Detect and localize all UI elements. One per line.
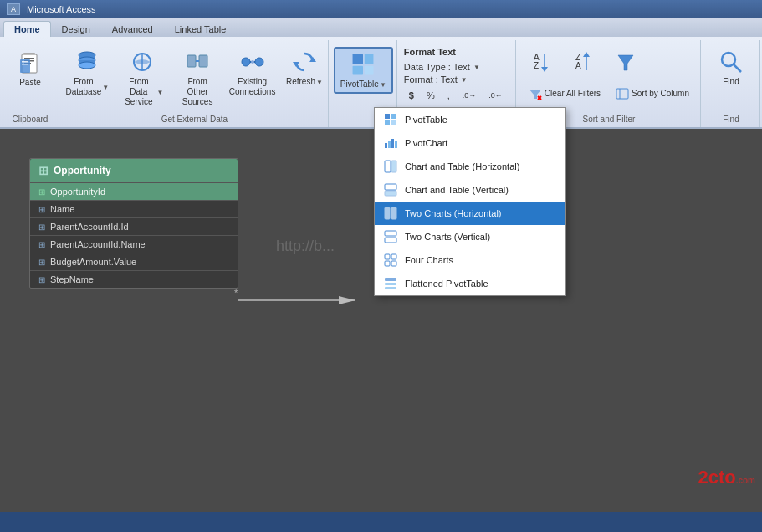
svg-text:A: A — [575, 61, 581, 70]
menu-item-chart-table-h[interactable]: Chart and Table (Horizontal) — [375, 155, 565, 178]
external-content: FromDatabase ▼ From DataService ▼ — [62, 42, 326, 113]
svg-rect-51 — [391, 139, 394, 148]
clipboard-content: Paste — [7, 42, 54, 113]
table-row: ⊞ Name — [30, 200, 238, 217]
from-other-sources-button[interactable]: From OtherSources — [172, 45, 222, 110]
from-data-service-arrow: ▼ — [156, 89, 163, 96]
sort-za-button[interactable]: Z A — [565, 45, 603, 79]
find-icon — [718, 49, 744, 75]
clear-filters-button[interactable]: Clear All Filters — [523, 84, 606, 104]
data-type-arrow: ▼ — [473, 64, 480, 71]
paste-label: Paste — [19, 78, 41, 88]
chart-table-v-icon — [383, 182, 398, 197]
tab-advanced[interactable]: Advanced — [101, 21, 164, 37]
sort-by-column-button[interactable]: Sort by Column — [610, 84, 695, 104]
svg-rect-15 — [187, 55, 196, 67]
two-charts-v-icon — [383, 229, 398, 244]
svg-marker-44 — [339, 296, 355, 304]
sort-group-label: Sort and Filter — [583, 113, 636, 127]
flattened-pivot-icon — [383, 276, 398, 291]
pivottable-icon — [350, 51, 376, 78]
format-buttons: $ % , .0→ .0← — [404, 88, 508, 103]
svg-rect-59 — [385, 231, 396, 236]
status-bar — [0, 512, 762, 532]
menu-item-two-charts-v[interactable]: Two Charts (Vertical) — [375, 225, 565, 248]
paste-button[interactable]: Paste — [7, 45, 54, 92]
svg-rect-16 — [199, 55, 207, 67]
ribbon-group-clipboard: Paste Clipboard — [2, 40, 59, 127]
sort-buttons-row: A Z Z A — [523, 45, 645, 79]
from-other-sources-label: From OtherSources — [178, 77, 217, 107]
svg-rect-58 — [391, 207, 396, 219]
svg-rect-7 — [22, 64, 28, 65]
menu-item-flattened-pivot[interactable]: Flattened PivotTable — [375, 272, 565, 295]
menu-item-pivotchart[interactable]: PivotChart — [375, 131, 565, 155]
svg-marker-34 — [583, 52, 590, 57]
left-table-title: Opportunity — [54, 165, 111, 176]
field-icon-4: ⊞ — [38, 258, 45, 267]
rel-left-symbol: * — [234, 288, 238, 298]
tab-design[interactable]: Design — [51, 21, 101, 37]
percent-btn[interactable]: % — [422, 88, 440, 103]
svg-rect-57 — [385, 207, 390, 219]
title-bar-icons: A — [7, 3, 20, 15]
existing-connections-button[interactable]: ExistingConnections — [226, 45, 279, 100]
menu-item-chart-table-v[interactable]: Chart and Table (Vertical) — [375, 178, 565, 202]
field-icon-0: ⊞ — [38, 187, 45, 197]
dollar-btn[interactable]: $ — [404, 88, 419, 103]
refresh-button[interactable]: Refresh ▼ — [282, 45, 326, 90]
format-text-label: Format Text — [404, 45, 456, 62]
menu-item-four-charts[interactable]: Four Charts — [375, 248, 565, 272]
menu-item-chart-table-v-label: Chart and Table (Vertical) — [405, 185, 509, 195]
clipboard-group-label: Clipboard — [13, 113, 49, 127]
svg-rect-64 — [391, 261, 396, 266]
sort-by-column-icon — [616, 87, 629, 100]
svg-rect-52 — [395, 141, 397, 148]
data-type-row: Data Type : Text ▼ — [404, 62, 480, 72]
clear-filters-icon — [529, 87, 542, 100]
svg-rect-47 — [385, 120, 390, 125]
svg-rect-48 — [391, 120, 396, 125]
field-name-5: StepName — [50, 274, 94, 284]
svg-rect-55 — [385, 184, 396, 190]
dec-inc-btn[interactable]: .0→ — [458, 88, 482, 103]
svg-rect-66 — [385, 283, 396, 285]
menu-item-chart-table-h-label: Chart and Table (Horizontal) — [405, 161, 519, 171]
tab-linked-table[interactable]: Linked Table — [164, 21, 238, 37]
title-bar: A Microsoft Access — [0, 0, 762, 18]
svg-rect-26 — [365, 66, 374, 75]
find-content: Find — [708, 42, 754, 113]
menu-item-two-charts-v-label: Two Charts (Vertical) — [405, 232, 490, 242]
svg-rect-46 — [391, 114, 396, 119]
filter-button[interactable] — [606, 45, 645, 79]
svg-rect-62 — [391, 254, 396, 259]
from-database-button[interactable]: FromDatabase ▼ — [62, 45, 112, 100]
tab-home[interactable]: Home — [3, 21, 51, 37]
from-data-service-button[interactable]: From DataService ▼ — [115, 45, 169, 110]
svg-rect-53 — [385, 161, 391, 172]
sort-az-button[interactable]: A Z — [523, 45, 561, 79]
refresh-label: Refresh — [286, 77, 315, 87]
pivottable-button[interactable]: PivotTable ▼ — [334, 47, 393, 94]
from-database-label: FromDatabase — [65, 77, 101, 97]
svg-rect-49 — [385, 143, 387, 148]
svg-rect-67 — [385, 287, 396, 289]
data-type-value: Data Type : Text — [404, 62, 470, 72]
svg-rect-6 — [22, 61, 28, 63]
comma-btn[interactable]: , — [442, 88, 455, 103]
svg-rect-50 — [388, 141, 391, 148]
svg-rect-39 — [616, 89, 628, 99]
field-icon-3: ⊞ — [38, 240, 45, 249]
four-charts-icon — [383, 253, 398, 268]
menu-item-four-charts-label: Four Charts — [405, 255, 453, 265]
find-button[interactable]: Find — [708, 45, 754, 90]
svg-rect-54 — [391, 161, 396, 172]
dec-dec-btn[interactable]: .0← — [483, 88, 508, 103]
menu-item-pivottable[interactable]: PivotTable — [375, 108, 565, 131]
chart-table-h-icon — [383, 159, 398, 174]
external-group-label: Get External Data — [161, 113, 228, 127]
svg-point-17 — [242, 58, 250, 66]
menu-item-two-charts-h[interactable]: Two Charts (Horizontal) — [375, 202, 565, 225]
svg-marker-35 — [618, 55, 633, 70]
svg-text:Z: Z — [534, 61, 539, 70]
